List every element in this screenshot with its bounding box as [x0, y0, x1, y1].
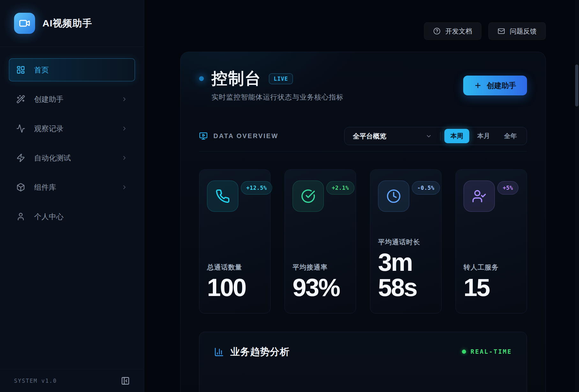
data-overview-row: DATA OVERVIEW 全平台概览 本周 本月 全年	[199, 127, 527, 145]
range-tabs: 本周 本月 全年	[441, 129, 527, 143]
mail-icon	[498, 27, 505, 35]
console-header: 控制台 LIVE 实时监控智能体运行状态与业务核心指标 创建助手	[181, 52, 546, 102]
platform-filter-value: 全平台概览	[353, 132, 386, 141]
chevron-right-icon	[121, 184, 128, 190]
sidebar-footer: SYSTEM v1.0	[0, 369, 144, 392]
sidebar-item-home[interactable]: 首页	[9, 58, 135, 81]
platform-filter-select[interactable]: 全平台概览	[345, 132, 440, 141]
feedback-button[interactable]: 问题反馈	[488, 22, 546, 40]
dashboard-icon	[16, 65, 25, 74]
stat-card-answer-rate: +2.1% 平均接通率 93%	[285, 169, 356, 314]
stat-value: 93%	[293, 275, 348, 300]
live-badge: LIVE	[269, 73, 293, 84]
stat-value: 100	[207, 275, 263, 300]
scrollbar-thumb[interactable]	[575, 64, 578, 107]
stat-value-line2: 58s	[378, 273, 417, 301]
page-subtitle: 实时监控智能体运行状态与业务核心指标	[212, 92, 344, 102]
cube-icon	[16, 183, 25, 192]
stats-row: +12.5% 总通话数量 100 +2.1% 平均接通率 93% -0.5% 平…	[199, 169, 527, 314]
tab-this-month[interactable]: 本月	[471, 129, 496, 143]
divider	[199, 151, 527, 152]
feedback-label: 问题反馈	[510, 27, 537, 36]
dev-docs-label: 开发文档	[445, 27, 472, 36]
help-circle-icon	[433, 27, 441, 35]
sidebar-item-component-library[interactable]: 组件库	[9, 176, 135, 199]
activity-icon	[16, 124, 25, 133]
chevron-right-icon	[121, 155, 128, 161]
stat-label: 转人工服务	[464, 263, 519, 272]
bar-chart-icon	[214, 347, 224, 357]
sidebar-item-observation-log[interactable]: 观察记录	[9, 117, 135, 140]
sidebar-item-label: 自动化测试	[34, 153, 71, 163]
sidebar: AI视频助手 首页 创建助手 观察记录	[0, 0, 144, 392]
trend-panel: 业务趋势分析 REAL-TIME	[199, 332, 527, 392]
topbar: 开发文档 问题反馈	[424, 22, 546, 40]
chevron-right-icon	[121, 96, 128, 102]
stat-card-total-calls: +12.5% 总通话数量 100	[199, 169, 271, 314]
sidebar-item-personal-center[interactable]: 个人中心	[9, 205, 135, 228]
stat-card-avg-duration: -0.5% 平均通话时长 3m58s	[370, 169, 442, 314]
plus-icon	[474, 82, 482, 89]
stat-value-line1: 3m	[378, 248, 412, 276]
stat-label: 平均通话时长	[378, 238, 434, 247]
delta-badge: +2.1%	[326, 181, 354, 195]
trend-title: 业务趋势分析	[230, 345, 290, 359]
sidebar-item-create-assistant[interactable]: 创建助手	[9, 88, 135, 111]
sidebar-item-label: 首页	[34, 65, 49, 75]
status-dot	[199, 76, 204, 81]
delta-badge: +12.5%	[241, 181, 272, 195]
stat-value: 3m58s	[378, 250, 434, 300]
user-check-icon	[464, 181, 495, 212]
sidebar-nav: 首页 创建助手 观察记录 自动化测试	[0, 47, 144, 228]
section-label: DATA OVERVIEW	[213, 132, 278, 140]
tab-this-year[interactable]: 全年	[498, 129, 523, 143]
tab-this-week[interactable]: 本周	[444, 129, 469, 143]
sidebar-item-label: 个人中心	[34, 212, 63, 222]
chevron-right-icon	[121, 125, 128, 132]
stat-label: 平均接通率	[293, 263, 348, 272]
stat-value: 15	[464, 275, 519, 300]
sidebar-collapse-button[interactable]	[121, 376, 130, 385]
app-logo-row: AI视频助手	[0, 0, 144, 47]
video-camera-icon	[19, 18, 30, 29]
system-version: SYSTEM v1.0	[14, 378, 57, 384]
user-icon	[16, 212, 25, 221]
delta-badge: +5%	[497, 181, 518, 195]
sidebar-item-label: 组件库	[34, 182, 56, 192]
create-assistant-button[interactable]: 创建助手	[463, 76, 527, 95]
delta-badge: -0.5%	[412, 181, 440, 195]
wand-icon	[16, 95, 25, 104]
dev-docs-button[interactable]: 开发文档	[424, 22, 481, 40]
console-panel: 控制台 LIVE 实时监控智能体运行状态与业务核心指标 创建助手 DATA OV…	[180, 52, 546, 392]
sidebar-item-label: 观察记录	[34, 124, 63, 134]
check-circle-icon	[293, 181, 324, 212]
overview-controls: 全平台概览 本周 本月 全年	[344, 127, 527, 145]
sidebar-item-label: 创建助手	[34, 94, 63, 104]
app-title: AI视频助手	[42, 17, 92, 30]
green-status-dot	[462, 350, 466, 354]
page-title: 控制台	[212, 70, 261, 87]
scrollbar-track	[575, 0, 579, 392]
zap-icon	[16, 153, 25, 162]
panel-collapse-icon	[121, 376, 130, 385]
phone-icon	[207, 181, 238, 212]
realtime-label: REAL-TIME	[471, 348, 512, 355]
stat-card-human-transfer: +5% 转人工服务 15	[456, 169, 527, 314]
monitor-play-icon	[199, 132, 208, 140]
realtime-status: REAL-TIME	[462, 348, 512, 355]
stat-label: 总通话数量	[207, 263, 263, 272]
clock-icon	[378, 181, 409, 212]
sidebar-item-automation-test[interactable]: 自动化测试	[9, 146, 135, 169]
chevron-down-icon	[426, 133, 432, 139]
app-logo	[14, 13, 35, 34]
create-assistant-label: 创建助手	[487, 81, 516, 91]
